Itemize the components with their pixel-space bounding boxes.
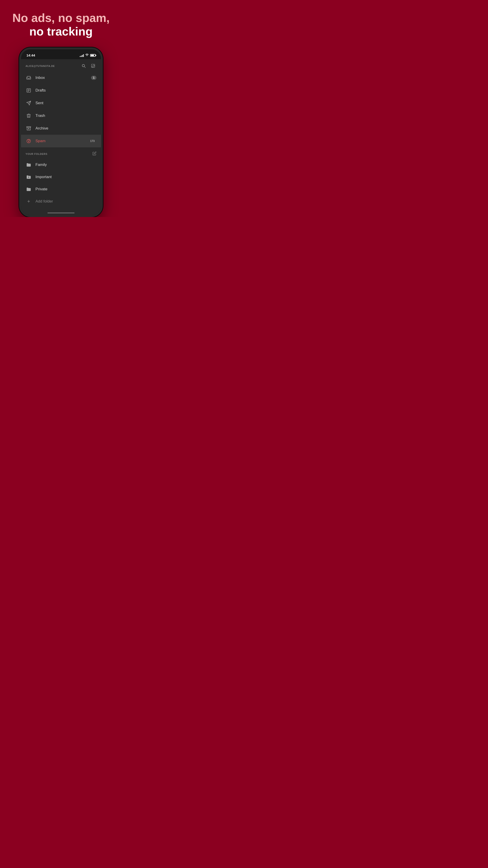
- folders-section-title: YOUR FOLDERS: [26, 153, 47, 155]
- folder-item-private[interactable]: Private: [21, 183, 101, 195]
- nav-item-drafts[interactable]: Drafts: [21, 84, 101, 97]
- search-icon[interactable]: [80, 63, 87, 69]
- add-folder-label: Add folder: [35, 199, 53, 204]
- drafts-label: Drafts: [35, 88, 96, 93]
- edit-folders-icon[interactable]: [92, 151, 96, 156]
- svg-rect-9: [27, 126, 31, 127]
- add-folder-button[interactable]: + Add folder: [21, 195, 101, 208]
- compose-icon[interactable]: [90, 63, 96, 69]
- status-time: 14:44: [26, 53, 35, 57]
- account-email: ALICE@TUTANOTA.DE: [26, 65, 55, 67]
- folders-section-header: YOUR FOLDERS: [21, 147, 101, 159]
- archive-icon: [26, 125, 32, 131]
- svg-rect-1: [83, 64, 84, 65]
- folder-item-important[interactable]: Important: [21, 171, 101, 183]
- phone-mockup: 14:44 ALICE@TUTANOTA.DE: [19, 48, 103, 217]
- wifi-icon: [85, 53, 89, 57]
- folder-important-icon: [26, 174, 32, 180]
- svg-point-12: [29, 142, 29, 142]
- battery-icon: [90, 54, 96, 57]
- home-indicator: [47, 213, 74, 213]
- svg-point-0: [82, 64, 85, 67]
- nav-item-trash[interactable]: Trash: [21, 110, 101, 122]
- spam-badge: 173: [88, 139, 96, 143]
- header-actions: [80, 63, 96, 69]
- sent-icon: [26, 100, 32, 106]
- folder-private-icon: [26, 186, 32, 192]
- signal-icon: [80, 54, 84, 57]
- app-content: ALICE@TUTANOTA.DE: [21, 59, 101, 215]
- add-folder-icon: +: [26, 198, 32, 205]
- folder-important-label: Important: [35, 175, 52, 179]
- nav-item-spam[interactable]: Spam 173: [21, 135, 101, 147]
- nav-item-archive[interactable]: Archive: [21, 122, 101, 135]
- trash-label: Trash: [35, 114, 96, 118]
- headline-line2: no tracking: [12, 25, 110, 38]
- trash-icon: [26, 113, 32, 119]
- headline: No ads, no spam, no tracking: [6, 11, 117, 38]
- folder-family-icon: [26, 162, 32, 168]
- inbox-badge: 1: [91, 76, 96, 80]
- phone-notch: [45, 49, 77, 56]
- inbox-label: Inbox: [35, 75, 88, 80]
- headline-line1: No ads, no spam,: [12, 11, 110, 25]
- sent-label: Sent: [35, 101, 96, 105]
- folder-private-label: Private: [35, 187, 47, 191]
- nav-item-inbox[interactable]: Inbox 1: [21, 71, 101, 84]
- drafts-icon: [26, 87, 32, 94]
- spam-icon: [26, 138, 32, 144]
- spam-label: Spam: [35, 139, 85, 143]
- status-icons: [80, 53, 96, 57]
- inbox-icon: [26, 74, 32, 81]
- archive-label: Archive: [35, 126, 96, 131]
- nav-item-sent[interactable]: Sent: [21, 97, 101, 110]
- folder-item-family[interactable]: Family: [21, 159, 101, 171]
- folder-family-label: Family: [35, 162, 47, 167]
- account-header: ALICE@TUTANOTA.DE: [21, 59, 101, 71]
